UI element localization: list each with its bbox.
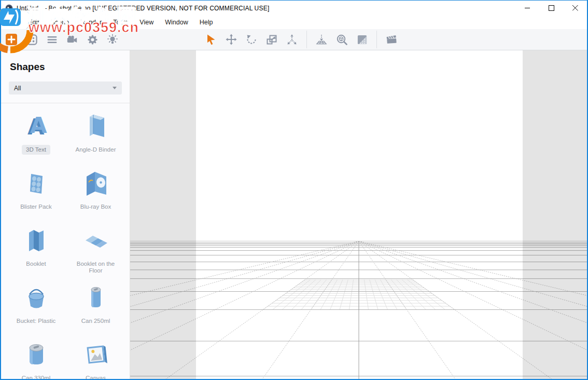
- shape-label: 3D Text: [22, 145, 50, 155]
- plus-icon: [6, 34, 17, 45]
- scale-tool-button[interactable]: [266, 34, 277, 45]
- menu-render[interactable]: Render: [77, 17, 105, 28]
- light-bulb-icon: [107, 34, 118, 45]
- viewport-3d[interactable]: [130, 50, 587, 379]
- menu-view[interactable]: View: [136, 17, 157, 28]
- move-icon: [226, 34, 237, 45]
- bucket-plastic-icon: [22, 283, 51, 312]
- select-tool-button[interactable]: [205, 34, 217, 45]
- shapes-panel: Shapes All A A 3D Text Angl: [1, 50, 130, 379]
- shape-item-blu-ray-box[interactable]: Blu-ray Box: [66, 166, 125, 223]
- shape-filter-dropdown[interactable]: All: [9, 82, 122, 94]
- shape-filter-value: All: [14, 85, 21, 92]
- shape-item-bucket-plastic[interactable]: Bucket: Plastic: [6, 280, 66, 337]
- toolbar: [1, 29, 587, 50]
- rotate-tool-button[interactable]: [246, 34, 257, 45]
- can-250ml-icon: [81, 283, 110, 312]
- shape-item-booklet-on-floor[interactable]: Booklet on the Floor: [66, 223, 125, 280]
- fit-to-view-icon: [336, 34, 347, 45]
- menu-tools[interactable]: Tools: [109, 17, 132, 28]
- maximize-button[interactable]: [539, 1, 563, 16]
- clapperboard-icon: [386, 34, 397, 45]
- close-icon: [572, 5, 578, 11]
- panel-title: Shapes: [10, 61, 130, 73]
- drop-to-floor-icon: [316, 34, 327, 45]
- shape-label: Can 330ml: [18, 373, 55, 380]
- gear-icon: [87, 34, 98, 45]
- shape-label: Blister Pack: [16, 202, 56, 212]
- menubar: File Edit Scene Render Tools View Window…: [1, 16, 587, 29]
- rotate-icon: [246, 34, 257, 45]
- shape-item-angle-d-binder[interactable]: Angle-D Binder: [66, 108, 125, 166]
- caption-buttons: [515, 1, 587, 16]
- main-area: Shapes All A A 3D Text Angl: [1, 50, 587, 379]
- shape-item-can-330ml[interactable]: Can 330ml: [6, 337, 66, 380]
- shape-grid: A A 3D Text Angle-D Binder: [1, 103, 130, 380]
- drop-to-floor-button[interactable]: [316, 34, 327, 45]
- texture-icon: [357, 34, 368, 45]
- spread-tool-button[interactable]: [286, 34, 298, 45]
- shape-label: Canvas: [81, 373, 110, 380]
- close-button[interactable]: [563, 1, 587, 16]
- shape-label: Angle-D Binder: [72, 145, 120, 155]
- shape-label: Can 250ml: [77, 316, 115, 326]
- render-button[interactable]: [386, 34, 397, 45]
- maximize-icon: [549, 5, 554, 11]
- camera-icon: [66, 34, 78, 45]
- minimize-button[interactable]: [515, 1, 539, 16]
- shape-label: Booklet: [22, 259, 50, 269]
- app-icon: [5, 4, 13, 12]
- svg-text:A: A: [30, 113, 47, 138]
- scene-tree-button[interactable]: [46, 34, 58, 45]
- titlebar[interactable]: Untitled — Boxshot Demo [UNREGISTERED VE…: [1, 1, 587, 16]
- menu-file[interactable]: File: [3, 17, 20, 28]
- can-330ml-icon: [22, 340, 51, 369]
- menu-help[interactable]: Help: [196, 17, 217, 28]
- canvas-icon: [81, 340, 110, 369]
- shape-label: Bucket: Plastic: [12, 316, 60, 326]
- window-title: Untitled — Boxshot Demo [UNREGISTERED VE…: [17, 5, 269, 12]
- settings-button[interactable]: [87, 34, 98, 45]
- layout-grid-icon: [26, 34, 37, 45]
- toolbar-separator-1: [306, 31, 307, 48]
- viewport-grid: [130, 50, 587, 379]
- menu-window[interactable]: Window: [161, 17, 191, 28]
- booklet-icon: [22, 226, 51, 255]
- shape-label: Booklet on the Floor: [66, 259, 125, 276]
- blu-ray-box-icon: [81, 169, 110, 198]
- spread-icon: [286, 34, 298, 45]
- menu-edit[interactable]: Edit: [24, 17, 43, 28]
- shape-item-blister-pack[interactable]: Blister Pack: [6, 166, 66, 223]
- scale-icon: [266, 34, 277, 45]
- menu-scene[interactable]: Scene: [47, 17, 73, 28]
- camera-button[interactable]: [66, 34, 78, 45]
- shape-item-canvas[interactable]: Canvas: [66, 337, 125, 380]
- angle-d-binder-icon: [81, 112, 110, 141]
- add-shape-button[interactable]: [6, 34, 17, 45]
- light-button[interactable]: [107, 34, 118, 45]
- select-arrow-icon: [205, 34, 217, 45]
- minimize-icon: [525, 5, 530, 11]
- chevron-down-icon: [113, 87, 117, 89]
- blister-pack-icon: [22, 169, 51, 198]
- 3d-text-icon: A A: [22, 112, 51, 141]
- texture-editor-button[interactable]: [356, 34, 368, 45]
- shape-item-booklet[interactable]: Booklet: [6, 223, 66, 280]
- toolbar-separator-2: [376, 31, 377, 48]
- scene-tree-icon: [47, 34, 58, 45]
- fit-to-view-button[interactable]: [336, 34, 347, 45]
- layout-grid-button[interactable]: [26, 34, 37, 45]
- move-tool-button[interactable]: [226, 34, 237, 45]
- shape-item-can-250ml[interactable]: Can 250ml: [66, 280, 125, 337]
- booklet-on-floor-icon: [81, 226, 110, 255]
- shape-item-3d-text[interactable]: A A 3D Text: [6, 108, 66, 166]
- shape-label: Blu-ray Box: [76, 202, 115, 212]
